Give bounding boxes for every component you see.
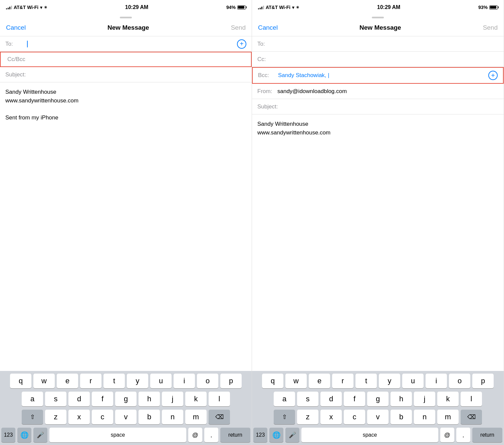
left-key-c[interactable]: c: [92, 410, 113, 424]
right-key-h[interactable]: h: [391, 392, 412, 406]
right-key-backspace[interactable]: ⌫: [461, 410, 482, 424]
right-key-a[interactable]: a: [274, 392, 295, 406]
left-send-button[interactable]: Send: [231, 24, 246, 31]
right-cancel-button[interactable]: Cancel: [258, 24, 278, 31]
right-key-q[interactable]: q: [262, 374, 283, 388]
left-key-b[interactable]: b: [139, 410, 160, 424]
left-key-mic[interactable]: 🎤: [33, 428, 47, 442]
left-key-p[interactable]: p: [220, 374, 242, 388]
right-key-t[interactable]: t: [355, 374, 377, 388]
right-key-return[interactable]: return: [472, 428, 502, 442]
right-key-r[interactable]: r: [332, 374, 353, 388]
right-key-i[interactable]: i: [426, 374, 447, 388]
left-key-row-2: a s d f g h j k l: [1, 392, 250, 406]
left-key-z[interactable]: z: [45, 410, 66, 424]
right-to-field[interactable]: To:: [252, 36, 504, 52]
right-key-num[interactable]: 123: [253, 428, 267, 442]
left-key-t[interactable]: t: [103, 374, 125, 388]
right-key-c[interactable]: c: [344, 410, 365, 424]
right-key-w[interactable]: w: [285, 374, 307, 388]
right-key-space[interactable]: space: [301, 428, 438, 442]
right-key-row-2: a s d f g h j k l: [253, 392, 502, 406]
left-key-f[interactable]: f: [92, 392, 113, 406]
right-body-website: www.sandywrittenhouse.com: [257, 128, 498, 137]
left-key-num[interactable]: 123: [1, 428, 15, 442]
right-email-body[interactable]: Sandy Writtenhouse www.sandywrittenhouse…: [252, 114, 504, 371]
left-key-dot[interactable]: .: [204, 428, 218, 442]
right-key-o[interactable]: o: [449, 374, 470, 388]
left-key-h[interactable]: h: [139, 392, 160, 406]
right-status-right: 93%: [478, 5, 498, 10]
left-key-n[interactable]: n: [162, 410, 183, 424]
right-key-z[interactable]: z: [297, 410, 318, 424]
left-key-at[interactable]: @: [188, 428, 202, 442]
left-key-shift[interactable]: ⇧: [22, 410, 43, 424]
right-key-globe[interactable]: 🌐: [269, 428, 283, 442]
left-key-space[interactable]: space: [49, 428, 186, 442]
right-cc-field[interactable]: Cc:: [252, 52, 504, 67]
left-body-signature: Sent from my iPhone: [5, 113, 246, 122]
left-key-j[interactable]: j: [162, 392, 183, 406]
left-battery-icon: [237, 5, 246, 10]
left-key-s[interactable]: s: [45, 392, 66, 406]
left-key-globe[interactable]: 🌐: [17, 428, 31, 442]
left-key-d[interactable]: d: [68, 392, 90, 406]
left-cancel-button[interactable]: Cancel: [6, 24, 26, 31]
left-subject-field[interactable]: Subject:: [0, 67, 252, 82]
right-key-v[interactable]: v: [367, 410, 389, 424]
right-subject-field[interactable]: Subject:: [252, 99, 504, 114]
right-key-shift[interactable]: ⇧: [274, 410, 295, 424]
left-add-recipient-button[interactable]: +: [237, 39, 246, 49]
right-key-e[interactable]: e: [309, 374, 330, 388]
right-key-l[interactable]: l: [461, 392, 482, 406]
right-key-g[interactable]: g: [367, 392, 389, 406]
left-to-input[interactable]: [25, 40, 237, 47]
left-to-field[interactable]: To: +: [0, 36, 252, 52]
right-key-k[interactable]: k: [437, 392, 459, 406]
left-key-r[interactable]: r: [80, 374, 101, 388]
left-key-k[interactable]: k: [185, 392, 207, 406]
left-key-q[interactable]: q: [10, 374, 31, 388]
left-ccbcc-field[interactable]: Cc/Bcc: [0, 52, 252, 67]
right-add-bcc-button[interactable]: +: [488, 71, 498, 80]
right-key-dot[interactable]: .: [456, 428, 470, 442]
right-key-p[interactable]: p: [472, 374, 494, 388]
left-key-i[interactable]: i: [174, 374, 195, 388]
left-key-return[interactable]: return: [220, 428, 250, 442]
right-key-b[interactable]: b: [391, 410, 412, 424]
left-keyboard: q w e r t y u i o p a s d f g h j k l ⇧ …: [0, 371, 252, 445]
right-key-s[interactable]: s: [297, 392, 318, 406]
right-key-j[interactable]: j: [414, 392, 435, 406]
left-key-w[interactable]: w: [33, 374, 55, 388]
right-phone-panel: AT&T Wi-Fi ▾ ✳ 10:29 AM 93% Cancel New M…: [252, 0, 504, 445]
left-key-g[interactable]: g: [115, 392, 137, 406]
left-key-a[interactable]: a: [22, 392, 43, 406]
right-key-f[interactable]: f: [344, 392, 365, 406]
left-key-l[interactable]: l: [209, 392, 230, 406]
right-key-d[interactable]: d: [320, 392, 342, 406]
right-bcc-field[interactable]: Bcc: Sandy Stachowiak, | +: [252, 67, 504, 84]
right-key-n[interactable]: n: [414, 410, 435, 424]
left-key-o[interactable]: o: [197, 374, 218, 388]
left-key-e[interactable]: e: [57, 374, 78, 388]
right-key-x[interactable]: x: [320, 410, 342, 424]
right-key-u[interactable]: u: [402, 374, 424, 388]
right-key-m[interactable]: m: [437, 410, 459, 424]
left-key-x[interactable]: x: [68, 410, 90, 424]
left-carrier: AT&T Wi-Fi: [14, 5, 38, 10]
left-key-v[interactable]: v: [115, 410, 137, 424]
left-key-u[interactable]: u: [150, 374, 172, 388]
left-key-y[interactable]: y: [127, 374, 148, 388]
right-key-row-1: q w e r t y u i o p: [253, 374, 502, 388]
left-email-body[interactable]: Sandy Writtenhouse www.sandywrittenhouse…: [0, 82, 252, 371]
right-send-button[interactable]: Send: [483, 24, 498, 31]
left-key-backspace[interactable]: ⌫: [209, 410, 230, 424]
right-key-at[interactable]: @: [440, 428, 454, 442]
right-key-y[interactable]: y: [379, 374, 400, 388]
right-keyboard: q w e r t y u i o p a s d f g h j k l ⇧ …: [252, 371, 504, 445]
right-bcc-value[interactable]: Sandy Stachowiak, |: [278, 72, 329, 79]
left-ccbcc-label[interactable]: Cc/Bcc: [6, 56, 246, 63]
left-key-m[interactable]: m: [185, 410, 207, 424]
left-body-name: Sandy Writtenhouse: [5, 88, 246, 96]
right-key-mic[interactable]: 🎤: [285, 428, 299, 442]
